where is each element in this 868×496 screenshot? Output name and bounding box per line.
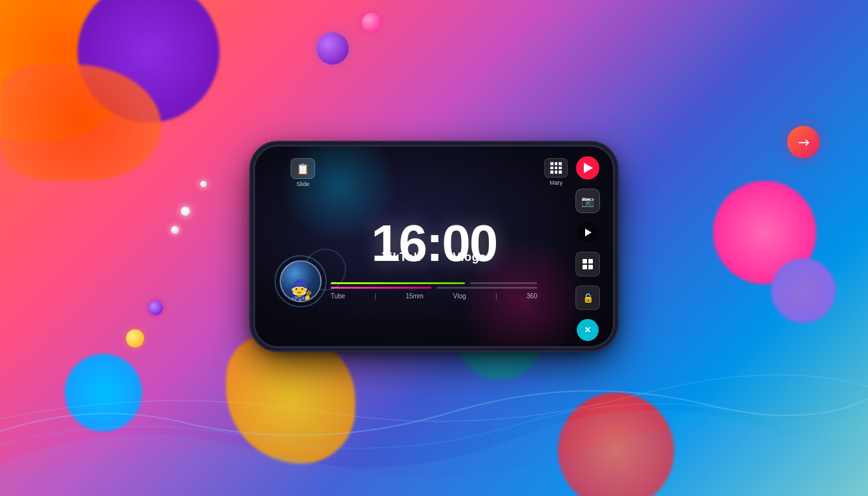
avatar-container: 🧙 — [280, 260, 322, 302]
play-triangle-icon — [584, 163, 593, 173]
progress-bar-row-2 — [331, 287, 537, 289]
progress-bar-pink — [331, 287, 431, 289]
progress-bar-row-1 — [331, 282, 537, 284]
wave-lines — [0, 335, 868, 496]
phone-device: 📋 Slide Mary — [253, 145, 615, 348]
background: ↗ 📋 Slide — [0, 0, 868, 496]
sphere-pink-top — [362, 13, 381, 32]
meta-tube: Tube — [331, 293, 345, 300]
mary-container[interactable]: Mary — [544, 158, 568, 186]
play-red-button[interactable] — [576, 156, 599, 180]
phone-container: 📋 Slide Mary — [253, 145, 615, 351]
mary-label-text: Mary — [550, 180, 563, 186]
sphere-white-2 — [200, 181, 207, 187]
arrow-up-icon: ↗ — [793, 132, 813, 152]
camera-icon: 📷 — [581, 195, 594, 207]
sphere-white-1 — [181, 207, 190, 216]
close-icon: × — [584, 324, 590, 336]
progress-bar-bg-2 — [437, 287, 537, 289]
progress-section: Tube | 15mm Vlog | 360 — [331, 282, 537, 300]
sphere-white-3 — [171, 226, 179, 234]
camera-button[interactable]: 📷 — [575, 189, 600, 213]
meta-vlog: Vlog — [453, 293, 466, 300]
play-dark-button[interactable] — [577, 222, 598, 243]
side-icons-panel: 📷 — [575, 156, 600, 341]
slide-icon: 📋 — [291, 158, 315, 179]
meta-sep2: | — [495, 293, 497, 300]
avatar-glow — [274, 255, 327, 307]
grid-icon-inner — [550, 162, 562, 174]
tiktok-label: TikTok — [382, 251, 420, 264]
vlogs-label: Vlogs — [453, 251, 486, 264]
progress-bar-bg-1 — [470, 282, 537, 284]
phone-screen: 📋 Slide Mary — [255, 147, 613, 346]
lock-icon: 🔒 — [583, 293, 594, 303]
grid-button[interactable] — [575, 252, 600, 276]
sphere-purple-small — [149, 301, 163, 315]
lock-button[interactable]: 🔒 — [575, 285, 600, 310]
play-triangle-sm-icon — [585, 229, 592, 236]
top-left-icon-container[interactable]: 📋 Slide — [291, 158, 315, 187]
app-labels-row: TikTok Vlogs — [382, 251, 486, 264]
meta-360: 360 — [526, 293, 537, 300]
mary-grid-icon — [544, 158, 568, 178]
phone-side-button — [613, 185, 615, 211]
meta-sep1: | — [375, 293, 377, 300]
grid2-icon — [583, 259, 593, 269]
progress-bar-green — [331, 282, 465, 284]
meta-15mm: 15mm — [406, 293, 424, 300]
close-button[interactable]: × — [577, 319, 599, 341]
slide-label: Slide — [296, 181, 309, 187]
floating-arrow-badge: ↗ — [787, 126, 820, 158]
clock-display: 16:00 — [371, 214, 497, 273]
sphere-purple-top — [316, 32, 349, 65]
meta-text-row: Tube | 15mm Vlog | 360 — [331, 293, 537, 300]
bg-blob-violet — [771, 258, 836, 323]
